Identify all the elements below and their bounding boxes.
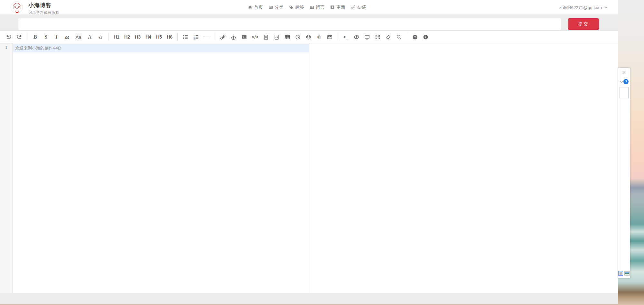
line-number: 1: [0, 43, 13, 52]
post-title-input[interactable]: [18, 18, 561, 30]
compose-row: 提交: [0, 15, 618, 31]
h6-button[interactable]: H6: [166, 33, 173, 41]
code-button[interactable]: </>: [252, 33, 259, 41]
h3-button[interactable]: H3: [135, 33, 141, 41]
tag-icon: [289, 5, 294, 10]
main-nav: 首页分类标签留言更新友链: [248, 0, 366, 15]
info-button[interactable]: i: [423, 33, 429, 41]
submit-button[interactable]: 提交: [568, 18, 599, 30]
h1-button[interactable]: H1: [113, 33, 120, 41]
upload-icon: [330, 5, 335, 10]
markdown-editor: 1 欢迎来到小海的创作中心: [0, 43, 618, 293]
help-button[interactable]: ?: [412, 33, 418, 41]
popup-controls: ?: [618, 79, 630, 84]
editor-line-text: 欢迎来到小海的创作中心: [13, 44, 309, 52]
emoji-button[interactable]: [305, 33, 312, 41]
toolbar-divider: [407, 33, 407, 41]
list-mode-icon[interactable]: [618, 271, 623, 276]
toolbar-divider: [338, 33, 338, 41]
redo-button[interactable]: [16, 33, 23, 41]
account-menu[interactable]: zh56462271@qq.com: [559, 0, 607, 15]
quote-button[interactable]: “: [64, 33, 70, 41]
link-button[interactable]: [220, 33, 226, 41]
cartoon-avatar-icon: [11, 2, 23, 13]
list-ul-button[interactable]: [182, 33, 189, 41]
nav-label: 更新: [336, 4, 345, 10]
chevron-down-icon: [604, 6, 607, 8]
markdown-preview-pane: [309, 43, 618, 293]
datetime-button[interactable]: [295, 33, 301, 41]
search-button[interactable]: [396, 33, 402, 41]
home-icon: [248, 5, 252, 10]
watch-button[interactable]: [353, 33, 360, 41]
code-editor-pane[interactable]: 欢迎来到小海的创作中心: [13, 43, 309, 293]
account-email: zh56462271@qq.com: [559, 5, 602, 10]
hr-button[interactable]: —: [204, 33, 210, 41]
site-header: 小海博客 记录学习成长历程 首页分类标签留言更新友链 zh56462271@qq…: [0, 0, 618, 15]
pagebreak-button[interactable]: [327, 33, 333, 41]
italic-button[interactable]: I: [53, 33, 60, 41]
toolbar-divider: [108, 33, 108, 41]
h2-button[interactable]: H2: [124, 33, 130, 41]
image-mode-icon[interactable]: [624, 271, 630, 276]
nav-item-messages[interactable]: 留言: [310, 4, 325, 10]
svg-text:i: i: [425, 35, 426, 39]
nav-item-home[interactable]: 首页: [248, 4, 263, 10]
brand: 小海博客 记录学习成长历程: [28, 2, 59, 15]
nav-label: 首页: [254, 4, 263, 10]
reference-link-button[interactable]: [230, 33, 237, 41]
h4-button[interactable]: H4: [145, 33, 152, 41]
preformatted-text-button[interactable]: [263, 33, 269, 41]
extension-popup: × ?: [618, 67, 630, 278]
site-subtitle: 记录学习成长历程: [28, 10, 59, 15]
del-button[interactable]: S: [43, 33, 49, 41]
h5-button[interactable]: H5: [156, 33, 162, 41]
popup-mode-icons: [618, 271, 630, 276]
nav-label: 留言: [316, 4, 325, 10]
nav-label: 友链: [357, 4, 366, 10]
html-entities-button[interactable]: ©: [316, 33, 322, 41]
site-logo-avatar[interactable]: [11, 1, 23, 13]
popup-input[interactable]: [620, 87, 629, 98]
svg-text:3: 3: [194, 38, 195, 40]
fullscreen-button[interactable]: [375, 33, 381, 41]
toolbar-divider: [27, 33, 27, 41]
toolbar-divider: [177, 33, 178, 41]
close-icon[interactable]: ×: [621, 69, 627, 76]
uppercase-button[interactable]: A: [87, 33, 93, 41]
toolbar-divider: [215, 33, 215, 41]
lowercase-button[interactable]: a: [97, 33, 104, 41]
chevron-down-icon[interactable]: [620, 81, 623, 83]
ucwords-button[interactable]: Aa: [75, 33, 82, 41]
table-button[interactable]: [284, 33, 291, 41]
nav-label: 分类: [275, 4, 284, 10]
help-circle-icon[interactable]: ?: [623, 79, 629, 84]
grid-icon: [268, 5, 273, 10]
code-block-button[interactable]: [274, 33, 280, 41]
nav-item-friend-links[interactable]: 友链: [351, 4, 366, 10]
nav-item-updates[interactable]: 更新: [330, 4, 345, 10]
list-ol-button[interactable]: 123: [193, 33, 200, 41]
link-icon: [351, 5, 355, 10]
svg-text:?: ?: [414, 35, 416, 39]
nav-item-categories[interactable]: 分类: [268, 4, 284, 10]
undo-button[interactable]: [5, 33, 12, 41]
nav-item-tags[interactable]: 标签: [289, 4, 304, 10]
site-title[interactable]: 小海博客: [28, 2, 59, 9]
line-number-gutter: 1: [0, 43, 13, 293]
active-line-highlight: 欢迎来到小海的创作中心: [13, 44, 309, 52]
comments-icon: [310, 5, 314, 10]
goto-line-button[interactable]: >_: [343, 33, 349, 41]
image-button[interactable]: [241, 33, 247, 41]
clear-button[interactable]: [385, 33, 392, 41]
preview-button[interactable]: [364, 33, 370, 41]
nav-label: 标签: [295, 4, 304, 10]
bold-button[interactable]: B: [32, 33, 39, 41]
editor-toolbar: BSI“AaAaH1H2H3H4H5H6123—</>©>_?i: [0, 31, 618, 43]
